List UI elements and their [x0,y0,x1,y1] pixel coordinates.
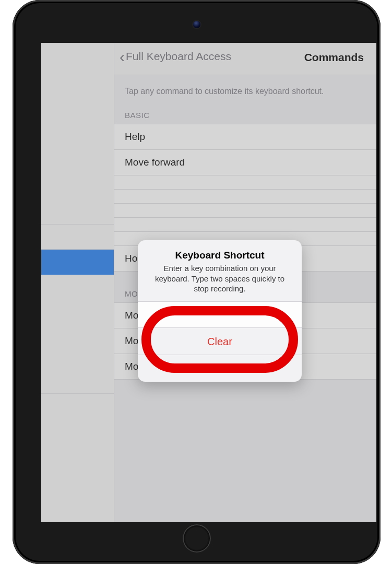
command-row[interactable] [114,203,376,217]
home-button[interactable] [183,524,211,553]
sidebar-item[interactable]: de [41,369,114,394]
sidebar-item[interactable]: ss [41,199,114,225]
command-row[interactable] [114,217,376,231]
command-row[interactable]: Move forward [114,149,376,175]
sidebar-item[interactable]: ck [41,225,114,250]
alert-title: Keyboard Shortcut [148,250,291,261]
ipad-bezel: ss ck de ‹ Full Keyboard Access Commands… [13,0,381,564]
back-button[interactable]: ‹ Full Keyboard Access [120,50,231,63]
command-row[interactable] [114,189,376,203]
command-row-help[interactable]: Help [114,124,376,149]
intro-text: Tap any command to customize its keyboar… [114,87,376,108]
done-button[interactable]: Done [138,355,302,382]
group-header-basic: BASIC [114,108,376,124]
screen: ss ck de ‹ Full Keyboard Access Commands… [41,43,376,522]
navbar: ‹ Full Keyboard Access Commands [114,43,376,75]
shortcut-input[interactable] [138,301,302,327]
settings-sidebar: ss ck de [41,43,114,522]
ipad-device-frame: ss ck de ‹ Full Keyboard Access Commands… [0,0,392,564]
back-label: Full Keyboard Access [126,50,231,63]
keyboard-shortcut-alert: Keyboard Shortcut Enter a key combinatio… [138,240,302,382]
command-row[interactable] [114,175,376,189]
chevron-left-icon: ‹ [120,51,125,62]
alert-message: Enter a key combination on your keyboard… [148,263,291,294]
page-title: Commands [304,51,364,64]
clear-button[interactable]: Clear [138,327,302,355]
sidebar-item-selected[interactable] [41,250,114,275]
front-camera [193,21,200,28]
